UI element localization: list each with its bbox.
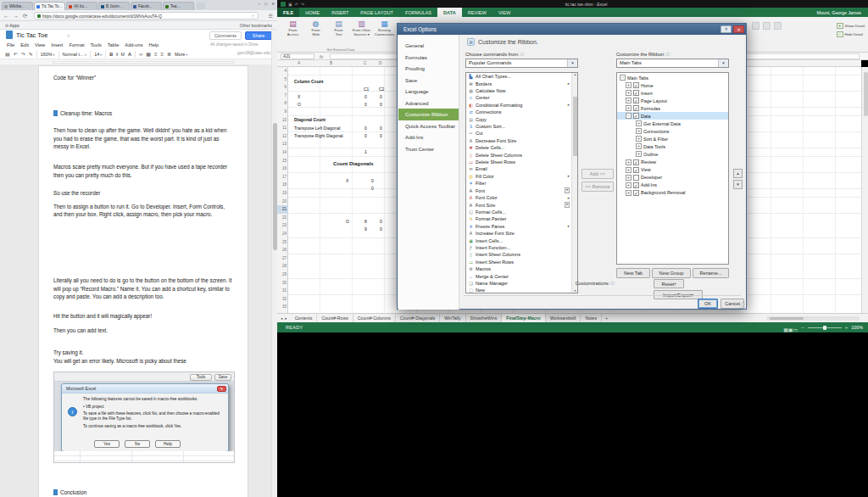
command-insert-cells[interactable]: ▣Insert Cells... xyxy=(466,237,571,243)
row-header-6[interactable]: 6 xyxy=(277,83,288,92)
sheet-tab-notes[interactable]: Notes xyxy=(581,314,602,322)
add-button[interactable]: Add >> xyxy=(581,169,614,179)
new-tab-button[interactable]: New Tab xyxy=(616,268,650,278)
dialog-titlebar[interactable]: Excel Options xyxy=(398,24,746,35)
maximize-button[interactable]: □ xyxy=(264,1,267,8)
ribbon-tab-insert[interactable]: INSERT xyxy=(326,8,354,17)
row-header-13[interactable]: 13 xyxy=(277,140,288,148)
expander-icon[interactable]: + xyxy=(636,151,642,157)
sheet-cell[interactable]: Count Diagonals xyxy=(333,161,374,166)
options-nav-language[interactable]: Language xyxy=(398,86,459,98)
row-header-26[interactable]: 26 xyxy=(277,246,288,254)
commands-scrollbar-thumb[interactable] xyxy=(573,97,577,156)
browser-menu-icon[interactable]: ☰ xyxy=(269,13,273,19)
tree-item-main-tabs[interactable]: −Main Tabs xyxy=(617,74,728,81)
forward-button[interactable]: → xyxy=(14,12,19,20)
main-tabs-tree[interactable]: −Main Tabs+✓Home+✓Insert+✓Page Layout+✓F… xyxy=(616,72,729,265)
sheet-cell[interactable]: 0 xyxy=(380,102,382,107)
zoom-in-button[interactable]: + xyxy=(845,325,849,330)
sheet-cell[interactable]: 0 xyxy=(380,219,382,224)
menu-help[interactable]: Help xyxy=(149,42,159,47)
row-header-8[interactable]: 8 xyxy=(277,99,288,108)
column-header-a[interactable]: A xyxy=(298,61,300,65)
ok-button[interactable]: OK xyxy=(698,299,718,309)
new-group-button[interactable]: New Group xyxy=(652,268,691,278)
sheet-nav-arrow[interactable]: ▸ xyxy=(285,316,287,321)
zoom-slider[interactable] xyxy=(808,327,842,328)
row-header-24[interactable]: 24 xyxy=(277,230,288,238)
row-header-30[interactable]: 30 xyxy=(277,279,288,288)
menu-format[interactable]: Format xyxy=(69,42,84,47)
column-header-d[interactable]: D xyxy=(379,61,381,65)
sheet-tab-count-rows[interactable]: Count#-Rows xyxy=(317,314,353,322)
row-header-33[interactable]: 33 xyxy=(277,303,288,311)
qat-icon[interactable]: ▣ xyxy=(288,1,292,8)
ribbon-button-from-access[interactable]: ▤From Access xyxy=(281,18,304,46)
sheet-cell[interactable]: 0 xyxy=(371,186,374,191)
paragraph-style-select[interactable]: Normal t… xyxy=(63,52,87,57)
ribbon-misc-icon[interactable] xyxy=(763,22,771,30)
ribbon-misc-icon[interactable] xyxy=(774,22,782,30)
font-size-select[interactable]: 14 xyxy=(94,52,102,57)
options-nav-quick-access-toolbar[interactable]: Quick Access Toolbar xyxy=(398,120,459,132)
row-header-17[interactable]: 17 xyxy=(277,173,288,181)
menu-table[interactable]: Table xyxy=(108,42,120,47)
toolbar-icon[interactable]: ✎ xyxy=(29,51,33,57)
fx-icon[interactable]: fx xyxy=(320,54,323,59)
ribbon-tab-formulas[interactable]: FORMULAS xyxy=(399,8,437,17)
row-header-12[interactable]: 12 xyxy=(277,132,288,141)
command-merge-center[interactable]: ↔Merge & Center xyxy=(466,272,571,279)
row-header-32[interactable]: 32 xyxy=(277,295,288,304)
command-insert-sheet-columns[interactable]: ▯Insert Sheet Columns xyxy=(466,251,571,258)
expander-icon[interactable]: + xyxy=(626,105,632,111)
options-nav-advanced[interactable]: Advanced xyxy=(398,98,459,109)
command-delete-sheet-columns[interactable]: ▯Delete Sheet Columns xyxy=(466,151,571,158)
star-icon[interactable]: ☆ xyxy=(66,32,70,38)
sheet-cell[interactable]: O xyxy=(346,219,349,224)
browser-tab-tea[interactable]: Tea… xyxy=(163,2,194,10)
tree-item-data-tools[interactable]: +Data Tools xyxy=(617,142,728,150)
toolbar-icon[interactable]: ↶ xyxy=(14,51,18,57)
sheet-cell[interactable]: Transpose Left Diagonal xyxy=(294,126,340,131)
expander-icon[interactable]: + xyxy=(636,128,642,134)
ribbon-tab-view[interactable]: VIEW xyxy=(492,8,516,17)
align-icon[interactable]: ≡ xyxy=(160,52,164,57)
sheet-cell[interactable]: C1 xyxy=(364,87,369,92)
zoom-level[interactable]: 100% xyxy=(851,325,863,330)
sheet-cell[interactable]: 0 xyxy=(380,94,382,99)
tree-item-background-removal[interactable]: +✓Background Removal xyxy=(617,189,728,197)
row-header-20[interactable]: 20 xyxy=(277,198,288,206)
row-header-5[interactable]: 5 xyxy=(277,75,288,84)
command-font-color[interactable]: AFont Color▸ xyxy=(466,194,571,201)
document-page[interactable]: Code for “Winner”Cleanup time: MacrosThe… xyxy=(38,65,248,497)
resize-grip[interactable] xyxy=(739,302,745,308)
row-header-22[interactable]: 22 xyxy=(277,214,288,222)
remove-button[interactable]: << Remove xyxy=(581,181,614,192)
zoom-out-button[interactable]: − xyxy=(801,325,804,330)
sheet-tab-count-columns[interactable]: Count#-Columns xyxy=(353,314,396,322)
command-insert-sheet-rows[interactable]: ▭Insert Sheet Rows xyxy=(466,259,571,265)
row-header-9[interactable]: 9 xyxy=(277,108,288,116)
sheet-cell[interactable]: 8 xyxy=(364,219,367,224)
sheet-cell[interactable]: C2 xyxy=(379,87,384,92)
expander-icon[interactable]: + xyxy=(626,190,632,196)
url-text[interactable]: https://docs.google.com/a/case.edu/docum… xyxy=(42,14,249,19)
format-i-button[interactable]: I xyxy=(116,52,118,57)
checkbox[interactable]: ✓ xyxy=(633,167,639,173)
back-button[interactable]: ← xyxy=(3,12,9,20)
command-insert-function[interactable]: ƒInsert Function... xyxy=(466,244,571,251)
sheet-cell[interactable]: 0 xyxy=(380,226,382,232)
row-header-25[interactable]: 25 xyxy=(277,238,288,247)
signed-in-user[interactable]: Mount, George James xyxy=(817,8,868,17)
checkbox[interactable]: ✓ xyxy=(633,82,639,88)
sheet-cell[interactable]: 0 xyxy=(380,126,382,131)
reset-button[interactable]: Reset xyxy=(654,279,684,288)
browser-tab-4-bu[interactable]: (4) bu… xyxy=(66,2,97,10)
sheet-tab-finalstep-macro[interactable]: FinalStep-Macro xyxy=(502,314,545,322)
comments-button[interactable]: Comments xyxy=(209,31,242,40)
expander-icon[interactable]: + xyxy=(636,120,642,126)
sheet-cell[interactable]: 0 xyxy=(364,133,367,138)
expander-icon[interactable]: − xyxy=(626,113,632,119)
command-fill-color[interactable]: ▨Fill Color▸ xyxy=(466,173,571,180)
checkbox[interactable]: ✓ xyxy=(633,113,639,119)
